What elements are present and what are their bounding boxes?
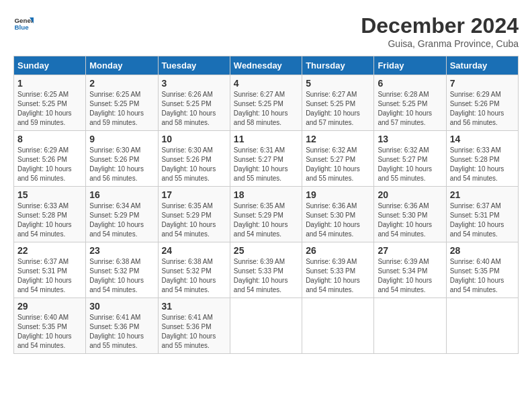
cell-date: 27: [378, 245, 442, 256]
calendar-cell: [446, 298, 518, 354]
calendar-cell: 9 Sunrise: 6:30 AM Sunset: 5:26 PM Dayli…: [86, 131, 158, 187]
calendar-cell: 13 Sunrise: 6:32 AM Sunset: 5:27 PM Dayl…: [374, 131, 446, 187]
cell-date: 3: [162, 78, 226, 89]
calendar-cell: 30 Sunrise: 6:41 AM Sunset: 5:36 PM Dayl…: [86, 298, 158, 354]
calendar-cell: 29 Sunrise: 6:40 AM Sunset: 5:35 PM Dayl…: [14, 298, 86, 354]
cell-date: 16: [89, 189, 154, 200]
calendar-cell: 27 Sunrise: 6:39 AM Sunset: 5:34 PM Dayl…: [374, 242, 446, 298]
calendar-cell: 2 Sunrise: 6:25 AM Sunset: 5:25 PM Dayli…: [86, 75, 158, 131]
calendar-week-5: 29 Sunrise: 6:40 AM Sunset: 5:35 PM Dayl…: [14, 298, 519, 354]
cell-info: Sunrise: 6:30 AM Sunset: 5:26 PM Dayligh…: [162, 146, 226, 183]
cell-date: 20: [378, 189, 442, 200]
calendar-cell: 23 Sunrise: 6:38 AM Sunset: 5:32 PM Dayl…: [86, 242, 158, 298]
calendar-cell: 22 Sunrise: 6:37 AM Sunset: 5:31 PM Dayl…: [14, 242, 86, 298]
cell-info: Sunrise: 6:29 AM Sunset: 5:26 PM Dayligh…: [450, 90, 515, 128]
cell-info: Sunrise: 6:32 AM Sunset: 5:27 PM Dayligh…: [306, 146, 370, 183]
calendar-cell: 11 Sunrise: 6:31 AM Sunset: 5:27 PM Dayl…: [230, 131, 302, 187]
cell-date: 14: [450, 134, 515, 144]
cell-date: 25: [234, 245, 298, 256]
header-day-sunday: Sunday: [14, 56, 86, 75]
calendar-cell: 8 Sunrise: 6:29 AM Sunset: 5:26 PM Dayli…: [14, 131, 86, 187]
cell-info: Sunrise: 6:31 AM Sunset: 5:27 PM Dayligh…: [234, 146, 298, 183]
cell-info: Sunrise: 6:27 AM Sunset: 5:25 PM Dayligh…: [306, 90, 370, 128]
calendar-cell: 15 Sunrise: 6:33 AM Sunset: 5:28 PM Dayl…: [14, 187, 86, 242]
calendar-cell: 25 Sunrise: 6:39 AM Sunset: 5:33 PM Dayl…: [230, 242, 302, 298]
calendar-cell: 24 Sunrise: 6:38 AM Sunset: 5:32 PM Dayl…: [158, 242, 230, 298]
cell-date: 28: [450, 245, 515, 256]
cell-info: Sunrise: 6:29 AM Sunset: 5:26 PM Dayligh…: [17, 146, 82, 183]
cell-info: Sunrise: 6:41 AM Sunset: 5:36 PM Dayligh…: [162, 313, 226, 351]
calendar-week-3: 15 Sunrise: 6:33 AM Sunset: 5:28 PM Dayl…: [14, 187, 519, 242]
header-day-saturday: Saturday: [446, 56, 518, 75]
cell-date: 2: [89, 78, 154, 89]
cell-info: Sunrise: 6:41 AM Sunset: 5:36 PM Dayligh…: [89, 313, 154, 351]
title-area: December 2024 Guisa, Granma Province, Cu…: [361, 13, 519, 49]
logo-icon: General Blue: [13, 13, 34, 34]
calendar-cell: 5 Sunrise: 6:27 AM Sunset: 5:25 PM Dayli…: [302, 75, 374, 131]
cell-date: 12: [306, 134, 370, 144]
cell-date: 4: [234, 78, 298, 89]
cell-info: Sunrise: 6:38 AM Sunset: 5:32 PM Dayligh…: [89, 257, 154, 295]
calendar-header-row: SundayMondayTuesdayWednesdayThursdayFrid…: [14, 56, 519, 75]
cell-info: Sunrise: 6:38 AM Sunset: 5:32 PM Dayligh…: [162, 257, 226, 295]
header-day-friday: Friday: [374, 56, 446, 75]
cell-date: 13: [378, 134, 442, 144]
calendar-cell: 17 Sunrise: 6:35 AM Sunset: 5:29 PM Dayl…: [158, 187, 230, 242]
cell-info: Sunrise: 6:33 AM Sunset: 5:28 PM Dayligh…: [17, 201, 82, 239]
page-title: December 2024: [361, 13, 519, 38]
calendar-cell: 16 Sunrise: 6:34 AM Sunset: 5:29 PM Dayl…: [86, 187, 158, 242]
cell-date: 1: [17, 78, 82, 89]
calendar-cell: 28 Sunrise: 6:40 AM Sunset: 5:35 PM Dayl…: [446, 242, 518, 298]
calendar-cell: 20 Sunrise: 6:36 AM Sunset: 5:30 PM Dayl…: [374, 187, 446, 242]
cell-info: Sunrise: 6:35 AM Sunset: 5:29 PM Dayligh…: [162, 201, 226, 239]
cell-info: Sunrise: 6:35 AM Sunset: 5:29 PM Dayligh…: [234, 201, 298, 239]
calendar-cell: 12 Sunrise: 6:32 AM Sunset: 5:27 PM Dayl…: [302, 131, 374, 187]
cell-info: Sunrise: 6:27 AM Sunset: 5:25 PM Dayligh…: [234, 90, 298, 128]
cell-info: Sunrise: 6:36 AM Sunset: 5:30 PM Dayligh…: [306, 201, 370, 239]
calendar-cell: [302, 298, 374, 354]
calendar-cell: 19 Sunrise: 6:36 AM Sunset: 5:30 PM Dayl…: [302, 187, 374, 242]
cell-info: Sunrise: 6:30 AM Sunset: 5:26 PM Dayligh…: [89, 146, 154, 183]
cell-info: Sunrise: 6:26 AM Sunset: 5:25 PM Dayligh…: [162, 90, 226, 128]
cell-date: 30: [89, 301, 154, 312]
cell-date: 15: [17, 189, 82, 200]
calendar-cell: 10 Sunrise: 6:30 AM Sunset: 5:26 PM Dayl…: [158, 131, 230, 187]
page-header: General Blue December 2024 Guisa, Granma…: [13, 13, 519, 49]
cell-date: 9: [89, 134, 154, 144]
cell-info: Sunrise: 6:37 AM Sunset: 5:31 PM Dayligh…: [450, 201, 515, 239]
cell-date: 7: [450, 78, 515, 89]
cell-date: 6: [378, 78, 442, 89]
calendar-cell: 26 Sunrise: 6:39 AM Sunset: 5:33 PM Dayl…: [302, 242, 374, 298]
calendar-cell: 3 Sunrise: 6:26 AM Sunset: 5:25 PM Dayli…: [158, 75, 230, 131]
cell-info: Sunrise: 6:39 AM Sunset: 5:34 PM Dayligh…: [378, 257, 442, 295]
cell-date: 26: [306, 245, 370, 256]
calendar-cell: 14 Sunrise: 6:33 AM Sunset: 5:28 PM Dayl…: [446, 131, 518, 187]
cell-date: 5: [306, 78, 370, 89]
cell-info: Sunrise: 6:33 AM Sunset: 5:28 PM Dayligh…: [450, 146, 515, 183]
calendar-cell: 21 Sunrise: 6:37 AM Sunset: 5:31 PM Dayl…: [446, 187, 518, 242]
header-day-monday: Monday: [86, 56, 158, 75]
calendar-week-2: 8 Sunrise: 6:29 AM Sunset: 5:26 PM Dayli…: [14, 131, 519, 187]
header-day-wednesday: Wednesday: [230, 56, 302, 75]
cell-date: 11: [234, 134, 298, 144]
cell-info: Sunrise: 6:37 AM Sunset: 5:31 PM Dayligh…: [17, 257, 82, 295]
calendar-cell: [230, 298, 302, 354]
cell-info: Sunrise: 6:36 AM Sunset: 5:30 PM Dayligh…: [378, 201, 442, 239]
calendar-table: SundayMondayTuesdayWednesdayThursdayFrid…: [13, 56, 519, 354]
header-day-thursday: Thursday: [302, 56, 374, 75]
cell-date: 29: [17, 301, 82, 312]
calendar-cell: 1 Sunrise: 6:25 AM Sunset: 5:25 PM Dayli…: [14, 75, 86, 131]
cell-date: 23: [89, 245, 154, 256]
cell-info: Sunrise: 6:25 AM Sunset: 5:25 PM Dayligh…: [89, 90, 154, 128]
page-subtitle: Guisa, Granma Province, Cuba: [361, 38, 519, 49]
cell-info: Sunrise: 6:25 AM Sunset: 5:25 PM Dayligh…: [17, 90, 82, 128]
cell-info: Sunrise: 6:28 AM Sunset: 5:25 PM Dayligh…: [378, 90, 442, 128]
logo: General Blue: [13, 13, 34, 34]
cell-date: 19: [306, 189, 370, 200]
header-day-tuesday: Tuesday: [158, 56, 230, 75]
cell-date: 17: [162, 189, 226, 200]
cell-date: 10: [162, 134, 226, 144]
cell-date: 21: [450, 189, 515, 200]
calendar-week-4: 22 Sunrise: 6:37 AM Sunset: 5:31 PM Dayl…: [14, 242, 519, 298]
calendar-cell: [374, 298, 446, 354]
